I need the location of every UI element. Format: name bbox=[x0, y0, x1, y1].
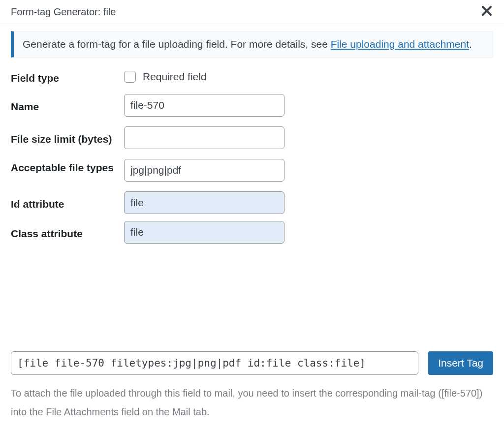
label-name: Name bbox=[11, 98, 124, 113]
name-input[interactable] bbox=[124, 94, 284, 117]
label-class-attribute: Class attribute bbox=[11, 225, 124, 240]
row-field-type: Field type Required field bbox=[11, 69, 493, 84]
label-id-attribute: Id attribute bbox=[11, 195, 124, 210]
modal-title: Form-tag Generator: file bbox=[11, 6, 116, 18]
description-suffix: . bbox=[469, 38, 472, 50]
class-attribute-input[interactable] bbox=[124, 221, 284, 244]
form-fields: Field type Required field Name File size… bbox=[0, 69, 504, 244]
row-name: Name bbox=[11, 94, 493, 117]
label-field-type: Field type bbox=[11, 69, 124, 84]
row-id-attribute: Id attribute bbox=[11, 191, 493, 214]
row-size-limit: File size limit (bytes) bbox=[11, 126, 493, 149]
generated-tag-output[interactable] bbox=[11, 351, 418, 375]
modal-header: Form-tag Generator: file bbox=[0, 0, 504, 24]
description-text: Generate a form-tag for a file uploading… bbox=[23, 38, 331, 50]
required-checkbox[interactable] bbox=[124, 71, 136, 83]
tag-output-row: Insert Tag bbox=[11, 351, 493, 375]
description-link[interactable]: File uploading and attachment bbox=[331, 38, 469, 50]
form-tag-generator-modal: Form-tag Generator: file Generate a form… bbox=[0, 0, 504, 433]
help-mailtag: [file-570] bbox=[441, 388, 479, 399]
close-icon[interactable] bbox=[480, 5, 493, 19]
insert-tag-button[interactable]: Insert Tag bbox=[428, 351, 493, 375]
footer-help-text: To attach the file uploaded through this… bbox=[11, 384, 493, 421]
required-checkbox-label: Required field bbox=[143, 71, 207, 83]
modal-footer: Insert Tag To attach the file uploaded t… bbox=[0, 312, 504, 433]
label-size-limit: File size limit (bytes) bbox=[11, 130, 124, 145]
row-filetypes: Acceptable file types bbox=[11, 159, 493, 182]
description-banner: Generate a form-tag for a file uploading… bbox=[11, 31, 493, 58]
label-filetypes: Acceptable file types bbox=[11, 159, 124, 174]
help-pre: To attach the file uploaded through this… bbox=[11, 388, 441, 399]
size-limit-input[interactable] bbox=[124, 126, 284, 149]
filetypes-input[interactable] bbox=[124, 159, 284, 182]
id-attribute-input[interactable] bbox=[124, 191, 284, 214]
row-class-attribute: Class attribute bbox=[11, 221, 493, 244]
